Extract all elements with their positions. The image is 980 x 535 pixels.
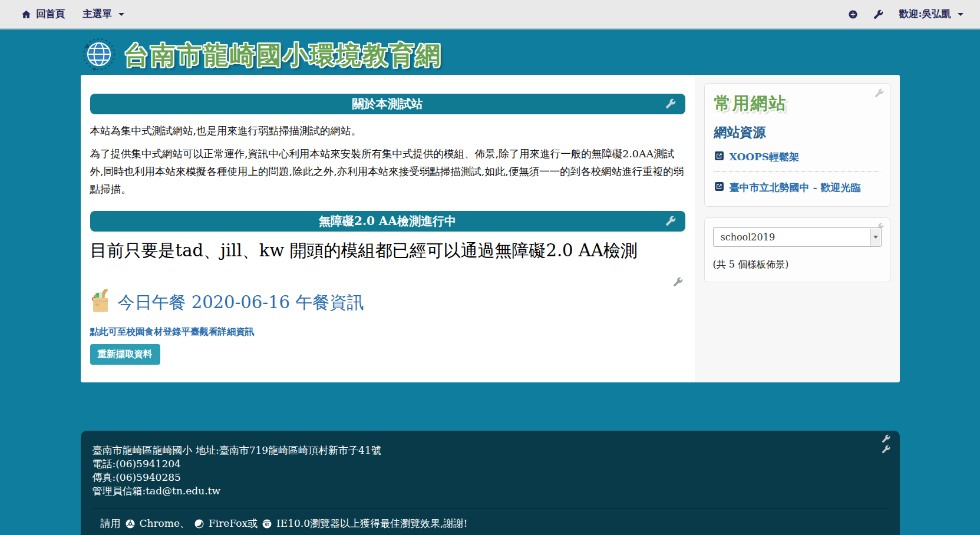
common-sites-block: 常用網站 網站資源 XOOPS輕鬆架 臺中市立北勢國中 - 歡迎光臨	[704, 83, 890, 207]
globe-logo-icon[interactable]	[82, 37, 116, 74]
footer-fax: 傳真:(06)5940285	[93, 471, 888, 484]
caret-down-icon	[958, 13, 963, 16]
browser-ie-label: IE10.0瀏覽器以上獲得最佳瀏覽效果,謝謝!	[276, 517, 467, 530]
caret-down-icon	[118, 13, 124, 16]
lunch-title-link[interactable]: 今日午餐 2020-06-16 午餐資訊	[90, 289, 685, 316]
firefox-icon	[194, 519, 204, 529]
site-resources-category-link[interactable]: 網站資源	[714, 124, 880, 141]
a11y-block-title: 無障礙2.0 AA檢測進行中	[319, 213, 456, 229]
browser-note: 請用 Chrome、 FireFox或 e IE10.0瀏覽器以上獲得最佳瀏覽效…	[93, 508, 888, 530]
browser-firefox-label: FireFox或	[209, 517, 258, 530]
footer-address: 臺南市龍崎區龍崎國小 地址:臺南市719龍崎區崎頂村新市子41號	[93, 444, 888, 457]
content-area: 關於本測試站 本站為集中式測試網站,也是用來進行弱點掃描測試的網站。 為了提供集…	[81, 75, 900, 382]
chrome-icon	[125, 519, 136, 529]
footer-admin-email: 管理員信箱:tad@tn.edu.tw	[93, 484, 888, 498]
sidebar-link-xoops[interactable]: XOOPS輕鬆架	[714, 141, 880, 172]
quick-add-button[interactable]	[848, 9, 858, 19]
edit-block-wrench-icon[interactable]	[673, 277, 683, 287]
theme-select[interactable]: school2019	[713, 227, 882, 247]
a11y-block-header: 無障礙2.0 AA檢測進行中	[90, 211, 685, 232]
svg-text:e: e	[265, 519, 269, 527]
theme-block: school2019 (共 5 個樣板佈景)	[704, 217, 890, 282]
common-sites-title: 常用網站	[714, 92, 880, 115]
browser-chrome-label: Chrome、	[140, 517, 190, 530]
home-link[interactable]: 回首頁	[21, 8, 65, 21]
main-column: 關於本測試站 本站為集中式測試網站,也是用來進行弱點掃描測試的網站。 為了提供集…	[81, 75, 695, 382]
grocery-bag-icon	[90, 289, 111, 316]
theme-count-note: (共 5 個樣板佈景)	[713, 259, 882, 271]
about-paragraph-1: 本站為集中式測試網站,也是用來進行弱點掃描測試的網站。	[90, 122, 685, 140]
wrench-icon	[873, 9, 883, 19]
theme-select-value: school2019	[721, 232, 776, 243]
sidebar-link-label: 臺中市立北勢國中 - 歡迎光臨	[730, 181, 861, 194]
circle-plus-icon	[848, 9, 858, 19]
ie-icon: e	[262, 519, 272, 529]
edit-block-wrench-icon[interactable]	[665, 98, 676, 109]
main-menu-dropdown[interactable]: 主選單	[83, 8, 125, 21]
home-link-label: 回首頁	[36, 8, 65, 21]
top-navbar: 回首頁 主選單 歡迎:吳弘凱	[0, 0, 980, 29]
edit-block-wrench-icon[interactable]	[882, 434, 890, 443]
house-icon	[21, 9, 31, 19]
page-footer: 臺南市龍崎區龍崎國小 地址:臺南市719龍崎區崎頂村新市子41號 電話:(06)…	[81, 431, 900, 535]
external-link-square-icon	[714, 181, 724, 194]
site-title[interactable]: 台南市龍崎國小環境教育網	[124, 39, 443, 72]
main-menu-label: 主選單	[83, 8, 113, 21]
about-paragraph-2: 為了提供集中式網站可以正常運作,資訊中心利用本站來安裝所有集中式提供的模組、佈景…	[90, 145, 685, 198]
a11y-statement: 目前只要是tad、jill、kw 開頭的模組都已經可以通過無障礙2.0 AA檢測	[90, 240, 685, 262]
about-block-title: 關於本測試站	[352, 96, 423, 112]
about-block-header: 關於本測試站	[90, 94, 685, 114]
admin-tools-button[interactable]	[873, 9, 883, 19]
external-link-square-icon	[714, 151, 724, 163]
sidebar-link-beishi[interactable]: 臺中市立北勢國中 - 歡迎光臨	[714, 172, 880, 198]
user-menu-dropdown[interactable]: 歡迎:吳弘凱	[899, 8, 963, 21]
sidebar-link-label: XOOPS輕鬆架	[730, 150, 800, 164]
edit-block-wrench-icon[interactable]	[875, 88, 884, 98]
site-header: 台南市龍崎國小環境教育網	[81, 29, 900, 75]
refresh-data-button[interactable]: 重新擷取資料	[90, 344, 160, 365]
footer-phone: 電話:(06)5941204	[93, 457, 888, 471]
edit-block-wrench-icon[interactable]	[665, 216, 676, 226]
user-menu-label: 歡迎:吳弘凱	[899, 8, 951, 21]
select-dropdown-arrow[interactable]	[870, 229, 880, 246]
lunch-title-text: 今日午餐 2020-06-16 午餐資訊	[118, 291, 364, 315]
edit-block-wrench-icon[interactable]	[882, 445, 890, 454]
lunch-detail-link[interactable]: 點此可至校園食材登錄平臺觀看詳細資訊	[90, 326, 685, 338]
sidebar-column: 常用網站 網站資源 XOOPS輕鬆架 臺中市立北勢國中 - 歡迎光臨	[695, 75, 900, 382]
browser-note-prefix: 請用	[101, 517, 121, 530]
